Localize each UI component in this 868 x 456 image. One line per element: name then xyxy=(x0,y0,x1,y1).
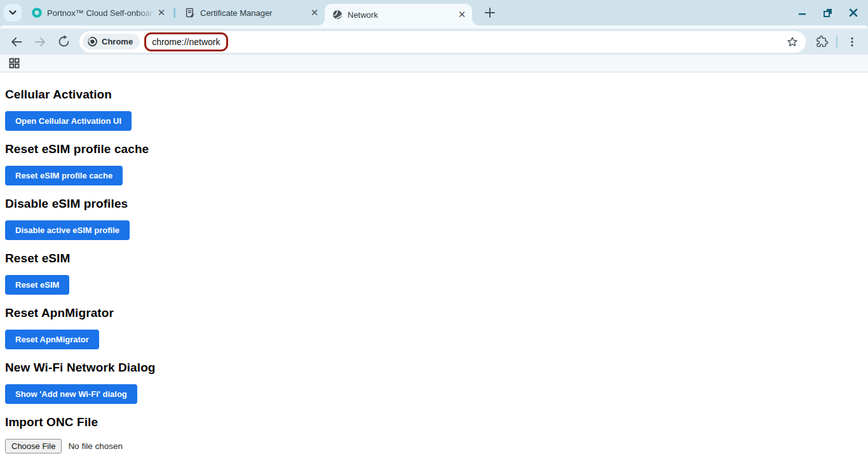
omnibox[interactable]: Chrome chrome://network xyxy=(79,31,806,53)
page-section: Reset eSIM profile cache Reset eSIM prof… xyxy=(5,142,868,185)
tab-network-active[interactable]: Network ✕ xyxy=(325,4,472,25)
section-heading: Reset ApnMigrator xyxy=(5,306,868,320)
certificate-icon xyxy=(185,8,195,18)
browser-window-top: Portnox™ Cloud Self-onboardi ✕ Certifica… xyxy=(0,0,868,29)
section-heading: Disable eSIM profiles xyxy=(5,197,868,211)
globe-icon xyxy=(332,10,342,20)
minimize-icon xyxy=(797,7,808,18)
back-button[interactable] xyxy=(9,34,24,50)
forward-button[interactable] xyxy=(32,34,48,50)
restore-button[interactable] xyxy=(820,4,836,21)
chevron-down-icon xyxy=(9,10,17,15)
window-controls xyxy=(794,4,868,21)
close-tab-icon[interactable]: ✕ xyxy=(156,8,166,18)
minimize-button[interactable] xyxy=(794,4,811,21)
reload-button[interactable] xyxy=(56,34,71,50)
tab-certificate-manager[interactable]: Certificate Manager ✕ xyxy=(177,2,325,23)
tab-portnox[interactable]: Portnox™ Cloud Self-onboardi ✕ xyxy=(24,2,172,23)
section-action-button[interactable]: Disable active eSIM profile xyxy=(5,220,130,240)
section-action-button[interactable]: Reset eSIM xyxy=(5,275,69,295)
file-chosen-status: No file chosen xyxy=(68,441,123,451)
network-debug-page: Cellular Activation Open Cellular Activa… xyxy=(0,72,868,455)
site-chip[interactable]: Chrome xyxy=(83,34,140,50)
bookmark-button[interactable] xyxy=(784,34,801,50)
section-action-button[interactable]: Open Cellular Activation UI xyxy=(5,111,132,131)
section-heading: Import ONC File xyxy=(5,415,868,429)
forward-arrow-icon xyxy=(33,35,47,49)
browser-toolbar: Chrome chrome://network xyxy=(0,29,868,55)
browser-menu-button[interactable] xyxy=(844,34,860,50)
extensions-button[interactable] xyxy=(813,34,830,50)
choose-file-button[interactable]: Choose File xyxy=(5,439,62,453)
page-section: Reset ApnMigrator Reset ApnMigrator xyxy=(5,306,868,349)
url-highlight-annotation: chrome://network xyxy=(144,32,227,51)
close-tab-icon[interactable]: ✕ xyxy=(309,8,320,18)
tab-title: Portnox™ Cloud Self-onboardi xyxy=(47,8,156,18)
chrome-logo-icon xyxy=(87,36,98,47)
tab-strip: Portnox™ Cloud Self-onboardi ✕ Certifica… xyxy=(0,0,868,25)
new-tab-button[interactable] xyxy=(481,4,499,22)
portnox-ring-icon xyxy=(32,8,42,18)
section-action-button[interactable]: Reset eSIM profile cache xyxy=(5,166,123,185)
restore-icon xyxy=(822,7,834,18)
apps-shortcut-button[interactable] xyxy=(8,57,20,70)
toolbar-divider xyxy=(836,36,837,48)
tab-title: Certificate Manager xyxy=(200,8,309,18)
section-action-button[interactable]: Reset ApnMigrator xyxy=(5,330,99,349)
back-arrow-icon xyxy=(10,35,24,49)
plus-icon xyxy=(484,7,496,18)
page-section: New Wi-Fi Network Dialog Show 'Add new W… xyxy=(5,361,868,404)
tab-search-button[interactable] xyxy=(4,4,22,22)
close-tab-icon[interactable]: ✕ xyxy=(457,10,467,20)
onc-file-input-row: Choose FileNo file chosen xyxy=(5,439,868,453)
tab-divider xyxy=(173,8,175,18)
reload-icon xyxy=(57,35,71,48)
page-section: Cellular Activation Open Cellular Activa… xyxy=(5,88,868,131)
page-section: Disable eSIM profiles Disable active eSI… xyxy=(5,197,868,240)
section-heading: Reset eSIM xyxy=(5,251,868,265)
close-icon xyxy=(848,8,858,18)
page-section: Import ONC File Choose FileNo file chose… xyxy=(5,415,868,453)
section-action-button[interactable]: Show 'Add new Wi-Fi' dialog xyxy=(5,384,137,404)
three-dot-menu-icon xyxy=(846,36,858,48)
section-heading: Reset eSIM profile cache xyxy=(5,142,868,156)
bookmarks-bar xyxy=(0,55,868,72)
close-window-button[interactable] xyxy=(845,4,862,21)
puzzle-icon xyxy=(815,35,829,48)
section-heading: New Wi-Fi Network Dialog xyxy=(5,361,868,375)
url-text[interactable]: chrome://network xyxy=(152,37,220,47)
star-icon xyxy=(786,36,799,48)
chip-label: Chrome xyxy=(102,37,133,46)
section-heading: Cellular Activation xyxy=(5,88,868,102)
apps-grid-icon xyxy=(9,58,20,69)
tab-title: Network xyxy=(348,10,457,20)
page-section: Reset eSIM Reset eSIM xyxy=(5,251,868,295)
